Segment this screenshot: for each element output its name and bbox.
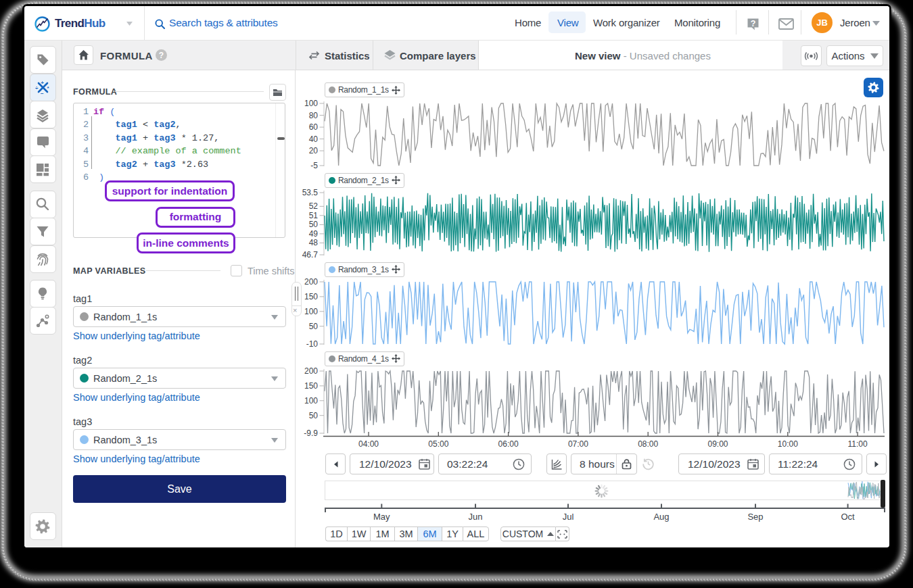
svg-text:100: 100 [304, 396, 318, 406]
svg-text:Sep: Sep [747, 512, 763, 522]
svg-text:53.5: 53.5 [302, 188, 319, 197]
svg-text:?: ? [751, 19, 756, 28]
svg-text:04:00: 04:00 [358, 439, 379, 449]
svg-text:-9.9: -9.9 [304, 428, 318, 438]
svg-text:08:00: 08:00 [638, 439, 658, 449]
svg-text:*: * [47, 84, 49, 91]
svg-text:-5: -5 [310, 161, 318, 170]
svg-text:−: − [41, 90, 44, 95]
svg-text:10:00: 10:00 [778, 439, 798, 449]
svg-text:200: 200 [304, 366, 318, 376]
svg-text:100: 100 [304, 307, 318, 316]
svg-text:+: + [41, 80, 44, 86]
svg-text:-10: -10 [306, 339, 319, 349]
svg-text:80: 80 [309, 111, 319, 120]
svg-text:52: 52 [309, 201, 319, 211]
svg-text:Aug: Aug [653, 512, 669, 522]
svg-text:?: ? [159, 51, 164, 60]
svg-text:Oct: Oct [841, 512, 855, 522]
svg-text:Jul: Jul [563, 512, 574, 522]
svg-text:50: 50 [309, 411, 319, 420]
svg-text:May: May [373, 512, 390, 522]
svg-text:50: 50 [309, 322, 319, 331]
svg-text:06:00: 06:00 [498, 439, 519, 449]
svg-text:05:00: 05:00 [428, 439, 448, 449]
svg-text:100: 100 [304, 99, 318, 108]
svg-text:150: 150 [304, 381, 318, 391]
svg-text:48: 48 [309, 238, 319, 247]
svg-text:50: 50 [309, 220, 319, 229]
svg-text:49: 49 [309, 229, 319, 239]
svg-text:40: 40 [309, 134, 319, 144]
svg-text:Jun: Jun [469, 512, 483, 522]
svg-text:09:00: 09:00 [707, 439, 728, 449]
svg-text:07:00: 07:00 [568, 439, 588, 449]
svg-text:51: 51 [309, 211, 319, 220]
svg-text:150: 150 [304, 292, 318, 301]
svg-text:46.7: 46.7 [302, 250, 319, 260]
svg-text:11:00: 11:00 [848, 439, 868, 449]
svg-text:20: 20 [309, 146, 319, 155]
svg-text:÷: ÷ [35, 84, 39, 91]
svg-text:200: 200 [304, 277, 318, 287]
svg-text:60: 60 [309, 122, 319, 132]
